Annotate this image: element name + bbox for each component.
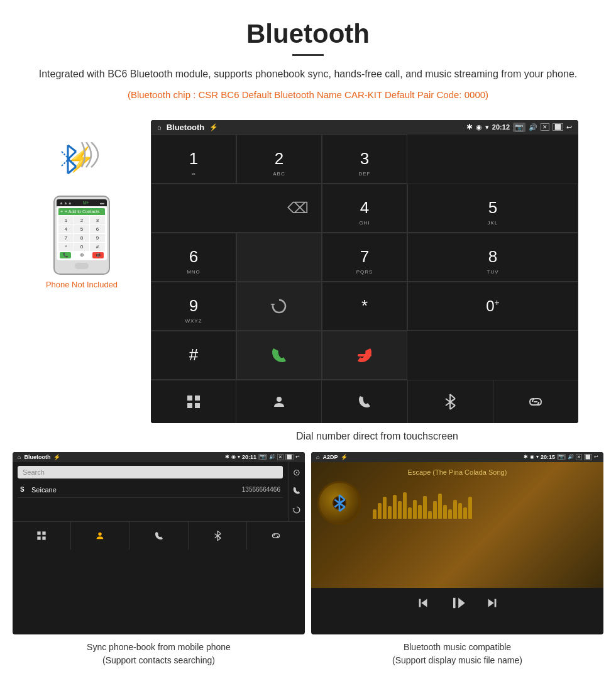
pb-side-call-icon[interactable] [292, 486, 301, 497]
statusbar-left: ⌂ Bluetooth ⚡ [157, 123, 363, 132]
bottom-grid-icon[interactable] [151, 380, 236, 423]
phonebook-statusbar: ⌂ Bluetooth ⚡ ✱ ◉ ▾ 20:11 📷 🔊 ✕ ⬜ ↩ [13, 452, 305, 462]
pb-time: 20:11 [242, 454, 256, 460]
pb-bottom-bt[interactable] [189, 522, 247, 550]
dial-redial-btn[interactable] [236, 282, 322, 331]
music-bt-icon: ✱ [524, 454, 528, 460]
dial-backspace-area[interactable]: ⌫ [151, 184, 322, 233]
phone-screen-topbar: + + Add to Contacts [58, 208, 105, 215]
header-description: Integrated with BC6 Bluetooth module, su… [25, 66, 591, 82]
pb-statusbar-left: ⌂ Bluetooth ⚡ [18, 454, 222, 460]
eq-bar [378, 503, 382, 519]
svg-point-27 [99, 532, 102, 535]
dial-key-5[interactable]: 5JKL [407, 184, 578, 233]
home-icon: ⌂ [157, 123, 162, 131]
phone-key-5: 5 [74, 225, 89, 233]
dial-key-star[interactable]: * [322, 282, 407, 331]
music-app-name: A2DP [322, 454, 338, 460]
phonebook-main: Search S Seicane 13566664466 [13, 462, 288, 521]
eq-bar [423, 496, 427, 519]
eq-bar [398, 501, 402, 519]
eq-bar [453, 500, 457, 519]
dial-call-red[interactable] [322, 331, 407, 380]
svg-rect-9 [187, 396, 192, 401]
contacts-icon [272, 394, 287, 409]
music-song-title: Escape (The Pina Colada Song) [408, 468, 507, 476]
phone-key-0: 0 [74, 243, 89, 251]
phone-graphic: ▲▲▲ M+ ▬ + + Add to Contacts 1 2 3 4 5 6… [53, 196, 110, 275]
music-usb-icon: ⚡ [341, 454, 348, 460]
phone-key-4: 4 [58, 225, 74, 233]
music-screen: ⌂ A2DP ⚡ ✱ ◉ ▾ 20:15 📷 🔊 ✕ ⬜ ↩ [311, 452, 603, 635]
pb-bottom-link[interactable] [247, 522, 305, 550]
android-dial-screen: ⌂ Bluetooth ⚡ ✱ ◉ ▾ 20:12 📷 🔊 ✕ ⬜ ↩ 1∞ [151, 120, 578, 423]
svg-marker-42 [421, 599, 427, 607]
dial-key-7[interactable]: 7PQRS [322, 233, 407, 282]
bottom-person-icon[interactable] [236, 380, 322, 423]
android-statusbar: ⌂ Bluetooth ⚡ ✱ ◉ ▾ 20:12 📷 🔊 ✕ ⬜ ↩ [151, 120, 578, 135]
pb-back-icon: ↩ [295, 454, 300, 460]
eq-bar [468, 497, 472, 519]
phonebook-content: Search S Seicane 13566664466 ⊙ [13, 462, 305, 521]
camera-icon: 📷 [513, 123, 525, 132]
pb-bottom-person[interactable] [71, 522, 129, 550]
music-container: ⌂ A2DP ⚡ ✱ ◉ ▾ 20:15 📷 🔊 ✕ ⬜ ↩ [311, 452, 603, 670]
music-content-row [317, 481, 597, 525]
dial-empty-r2 [236, 233, 322, 282]
phone-key-6: 6 [90, 225, 105, 233]
contact-number: 13566664466 [242, 486, 280, 493]
dial-key-0[interactable]: 0+ [407, 282, 578, 331]
window-icon: ⬜ [553, 123, 563, 131]
dial-key-6[interactable]: 6MNO [151, 233, 236, 282]
pb-bottom-phone[interactable] [129, 522, 188, 550]
pb-bottom-bar [13, 521, 305, 550]
phone-key-7: 7 [58, 234, 74, 242]
pb-side-redial-icon[interactable] [292, 506, 301, 516]
bottom-link-icon[interactable] [493, 380, 578, 423]
bottom-phone-icon[interactable] [322, 380, 407, 423]
eq-bar [428, 511, 432, 519]
dial-key-2[interactable]: 2ABC [236, 135, 322, 184]
dial-key-8[interactable]: 8TUV [407, 233, 578, 282]
music-prev-btn[interactable] [416, 596, 430, 613]
contact-row[interactable]: S Seicane 13566664466 [18, 482, 283, 498]
header-specs: (Bluetooth chip : CSR BC6 Default Blueto… [25, 87, 591, 102]
phone-key-9: 9 [90, 234, 105, 242]
back-icon: ↩ [566, 123, 572, 131]
bottom-bt-icon[interactable] [408, 380, 493, 423]
dial-key-3[interactable]: 3DEF [322, 135, 407, 184]
phone-key-8: 8 [74, 234, 89, 242]
phonebook-search-bar[interactable]: Search [18, 466, 283, 479]
dial-key-9[interactable]: 9WXYZ [151, 282, 236, 331]
pb-side-search-icon[interactable]: ⊙ [293, 467, 300, 477]
pb-bottom-grid[interactable] [13, 522, 71, 550]
eq-bar [408, 507, 412, 519]
phone-container: ⚡ ▲▲▲ M+ ▬ [13, 120, 151, 289]
svg-rect-25 [37, 536, 40, 539]
svg-rect-26 [42, 536, 45, 539]
eq-bar [448, 509, 452, 519]
phone-call-icon: 📞 [60, 252, 71, 258]
phone-battery-icon: ▬ [100, 201, 104, 205]
page-title: Bluetooth [25, 19, 591, 49]
svg-rect-47 [494, 599, 496, 607]
page-header: Bluetooth Integrated with BC6 Bluetooth … [0, 0, 616, 114]
dial-key-4[interactable]: 4GHI [322, 184, 407, 233]
svg-line-18 [450, 406, 455, 409]
music-next-btn[interactable] [485, 596, 499, 613]
dial-key-1[interactable]: 1∞ [151, 135, 236, 184]
svg-rect-8 [358, 354, 371, 357]
svg-rect-23 [37, 531, 40, 534]
dial-key-hash[interactable]: # [151, 331, 236, 380]
dial-call-green[interactable] [236, 331, 322, 380]
phone-signal-icon: ▲▲▲ [59, 201, 72, 205]
svg-rect-10 [195, 396, 200, 401]
bottom-screens: ⌂ Bluetooth ⚡ ✱ ◉ ▾ 20:11 📷 🔊 ✕ ⬜ ↩ [0, 452, 616, 677]
pb-usb-icon: ⚡ [53, 454, 60, 460]
phone-key-1: 1 [58, 216, 74, 224]
time-label: 20:12 [492, 123, 510, 131]
music-play-btn[interactable] [449, 594, 466, 616]
music-vol-icon: 🔊 [568, 454, 574, 460]
music-album-art [317, 481, 361, 525]
phone-end-icon: 📵 [92, 252, 104, 258]
